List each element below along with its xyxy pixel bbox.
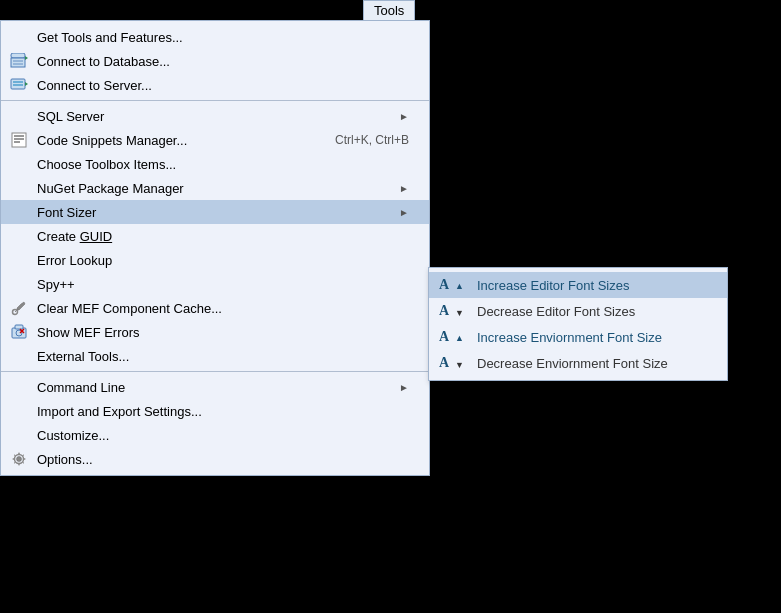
- nuget-label: NuGet Package Manager: [37, 181, 184, 196]
- command-line-label: Command Line: [37, 380, 125, 395]
- menu-item-external-tools[interactable]: External Tools...: [1, 344, 429, 368]
- db-icon: [9, 51, 29, 71]
- gear-icon: [9, 449, 29, 469]
- increase-editor-a-icon: A: [439, 278, 449, 292]
- menu-item-error-lookup[interactable]: Error Lookup: [1, 248, 429, 272]
- menu-bar-tools[interactable]: Tools: [363, 0, 415, 21]
- menu-item-connect-server[interactable]: Connect to Server...: [1, 73, 429, 97]
- customize-label: Customize...: [37, 428, 109, 443]
- sql-server-label: SQL Server: [37, 109, 104, 124]
- svg-point-20: [17, 457, 22, 462]
- svg-rect-6: [13, 81, 23, 83]
- sql-server-arrow: ►: [379, 111, 409, 122]
- menu-item-clear-mef[interactable]: Clear MEF Component Cache...: [1, 296, 429, 320]
- clear-mef-label: Clear MEF Component Cache...: [37, 301, 222, 316]
- menu-item-import-export[interactable]: Import and Export Settings...: [1, 399, 429, 423]
- menu-item-nuget[interactable]: NuGet Package Manager ►: [1, 176, 429, 200]
- menu-item-get-tools[interactable]: Get Tools and Features...: [1, 25, 429, 49]
- code-snippets-label: Code Snippets Manager...: [37, 133, 187, 148]
- svg-rect-7: [13, 84, 23, 86]
- menu-item-show-mef[interactable]: Show MEF Errors: [1, 320, 429, 344]
- font-sizer-label: Font Sizer: [37, 205, 96, 220]
- menu-item-connect-db[interactable]: Connect to Database...: [1, 49, 429, 73]
- import-export-label: Import and Export Settings...: [37, 404, 202, 419]
- submenu-item-decrease-editor[interactable]: A ▼ Decrease Editor Font Sizes: [429, 298, 727, 324]
- server-icon: [9, 75, 29, 95]
- main-dropdown: Get Tools and Features... Connect to Dat…: [0, 20, 430, 476]
- decrease-editor-a-icon: A: [439, 304, 449, 318]
- menu-item-spy[interactable]: Spy++: [1, 272, 429, 296]
- submenu-item-increase-editor[interactable]: A ▲ Increase Editor Font Sizes: [429, 272, 727, 298]
- decrease-editor-a-small-icon: ▼: [455, 308, 464, 318]
- wrench-icon: [9, 298, 29, 318]
- svg-rect-17: [15, 325, 23, 329]
- decrease-env-a-icon: A: [439, 356, 449, 370]
- code-snippets-shortcut: Ctrl+K, Ctrl+B: [315, 133, 409, 147]
- create-guid-label: Create GUID: [37, 229, 112, 244]
- options-label: Options...: [37, 452, 93, 467]
- error-lookup-label: Error Lookup: [37, 253, 112, 268]
- tools-label: Tools: [374, 3, 404, 18]
- svg-marker-4: [25, 56, 28, 60]
- increase-editor-a-small-icon: ▲: [455, 281, 464, 291]
- connect-db-label: Connect to Database...: [37, 54, 170, 69]
- snippet-icon: [9, 130, 29, 150]
- menu-item-options[interactable]: Options...: [1, 447, 429, 471]
- decrease-env-a-small-icon: ▼: [455, 360, 464, 370]
- connect-server-label: Connect to Server...: [37, 78, 152, 93]
- font-sizer-arrow: ►: [379, 207, 409, 218]
- separator-2: [1, 371, 429, 372]
- menu-item-create-guid[interactable]: Create GUID: [1, 224, 429, 248]
- menu-item-customize[interactable]: Customize...: [1, 423, 429, 447]
- nuget-arrow: ►: [379, 183, 409, 194]
- increase-env-a-small-icon: ▲: [455, 333, 464, 343]
- increase-editor-label: Increase Editor Font Sizes: [477, 278, 629, 293]
- menu-item-choose-toolbox[interactable]: Choose Toolbox Items...: [1, 152, 429, 176]
- external-tools-label: External Tools...: [37, 349, 129, 364]
- camera-icon: [9, 322, 29, 342]
- svg-rect-1: [11, 58, 25, 67]
- menu-item-sql-server[interactable]: SQL Server ►: [1, 104, 429, 128]
- svg-line-14: [15, 310, 17, 312]
- menu-item-command-line[interactable]: Command Line ►: [1, 375, 429, 399]
- choose-toolbox-label: Choose Toolbox Items...: [37, 157, 176, 172]
- increase-env-a-icon: A: [439, 330, 449, 344]
- submenu-item-increase-env[interactable]: A ▲ Increase Enviornment Font Size: [429, 324, 727, 350]
- font-sizer-submenu: A ▲ Increase Editor Font Sizes A ▼ Decre…: [428, 267, 728, 381]
- svg-rect-0: [11, 53, 25, 58]
- svg-rect-9: [12, 133, 26, 147]
- get-tools-label: Get Tools and Features...: [37, 30, 183, 45]
- increase-env-label: Increase Enviornment Font Size: [477, 330, 662, 345]
- submenu-item-decrease-env[interactable]: A ▼ Decrease Enviornment Font Size: [429, 350, 727, 376]
- spy-label: Spy++: [37, 277, 75, 292]
- decrease-env-label: Decrease Enviornment Font Size: [477, 356, 668, 371]
- separator-1: [1, 100, 429, 101]
- command-line-arrow: ►: [379, 382, 409, 393]
- svg-marker-8: [25, 82, 28, 86]
- menu-item-code-snippets[interactable]: Code Snippets Manager... Ctrl+K, Ctrl+B: [1, 128, 429, 152]
- menu-item-font-sizer[interactable]: Font Sizer ►: [1, 200, 429, 224]
- decrease-editor-label: Decrease Editor Font Sizes: [477, 304, 635, 319]
- show-mef-label: Show MEF Errors: [37, 325, 140, 340]
